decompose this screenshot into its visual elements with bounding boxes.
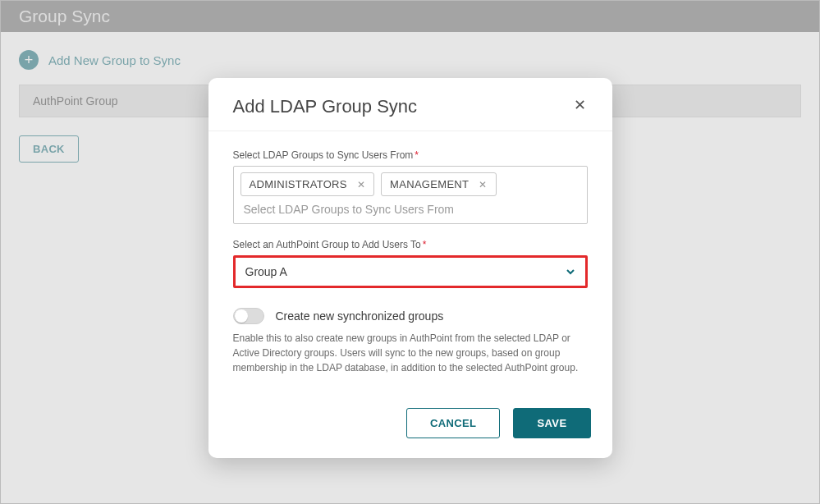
authpoint-group-select[interactable]: Group A bbox=[233, 255, 588, 288]
create-sync-groups-row: Create new synchronized groups bbox=[233, 308, 588, 324]
close-icon[interactable]: ✕ bbox=[572, 96, 588, 114]
chip-administrators[interactable]: ADMINISTRATORS ✕ bbox=[241, 172, 375, 196]
create-sync-groups-label: Create new synchronized groups bbox=[276, 309, 444, 323]
chip-label: MANAGEMENT bbox=[390, 178, 469, 190]
create-sync-groups-toggle[interactable] bbox=[233, 308, 264, 324]
modal-body: Select LDAP Groups to Sync Users From* A… bbox=[208, 131, 612, 393]
chip-remove-icon[interactable]: ✕ bbox=[479, 179, 487, 190]
save-button[interactable]: SAVE bbox=[513, 408, 590, 438]
authpoint-group-label-text: Select an AuthPoint Group to Add Users T… bbox=[233, 239, 421, 250]
modal-footer: CANCEL SAVE bbox=[208, 393, 612, 443]
save-button-label: SAVE bbox=[537, 417, 566, 429]
authpoint-group-label: Select an AuthPoint Group to Add Users T… bbox=[233, 239, 588, 250]
ldap-group-chips: ADMINISTRATORS ✕ MANAGEMENT ✕ bbox=[241, 172, 580, 196]
chip-remove-icon[interactable]: ✕ bbox=[357, 179, 365, 190]
cancel-button-label: CANCEL bbox=[430, 417, 477, 429]
ldap-groups-label: Select LDAP Groups to Sync Users From* bbox=[233, 149, 588, 161]
chip-label: ADMINISTRATORS bbox=[250, 178, 347, 190]
ldap-groups-label-text: Select LDAP Groups to Sync Users From bbox=[233, 149, 414, 161]
ldap-groups-placeholder: Select LDAP Groups to Sync Users From bbox=[241, 201, 580, 221]
modal-title: Add LDAP Group Sync bbox=[233, 96, 418, 117]
ldap-groups-multiselect[interactable]: ADMINISTRATORS ✕ MANAGEMENT ✕ Select LDA… bbox=[233, 166, 588, 224]
authpoint-group-value: Group A bbox=[245, 265, 287, 278]
required-asterisk: * bbox=[415, 149, 419, 161]
required-asterisk: * bbox=[423, 239, 427, 250]
add-ldap-group-sync-modal: Add LDAP Group Sync ✕ Select LDAP Groups… bbox=[208, 78, 612, 458]
chevron-down-icon bbox=[566, 267, 575, 277]
chip-management[interactable]: MANAGEMENT ✕ bbox=[381, 172, 496, 196]
toggle-knob bbox=[235, 309, 248, 323]
cancel-button[interactable]: CANCEL bbox=[406, 408, 501, 438]
modal-header: Add LDAP Group Sync ✕ bbox=[208, 78, 612, 131]
create-sync-groups-help: Enable this to also create new groups in… bbox=[233, 331, 588, 375]
